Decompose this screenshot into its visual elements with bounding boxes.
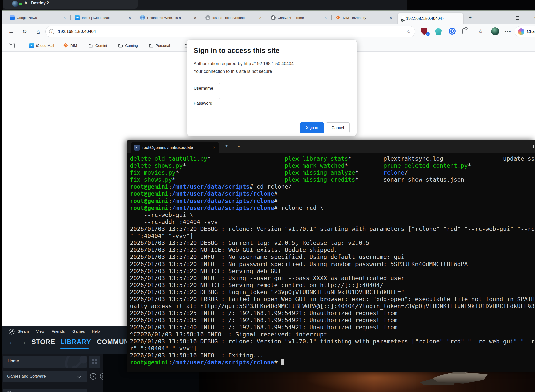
tab-close-icon[interactable]: × — [323, 16, 328, 20]
tab-title: DIM - Inventory — [343, 16, 387, 20]
steam-menu-help[interactable]: Help — [92, 329, 100, 334]
chatgpt-icon — [271, 15, 276, 20]
copilot-button[interactable]: Chat — [515, 26, 535, 37]
tab-divider — [136, 15, 136, 20]
grid-icon — [92, 359, 97, 364]
terminal-tab-title: root@gemini: /mnt/user/data — [142, 145, 209, 150]
terminal-new-tab-button[interactable]: + — [223, 143, 230, 149]
username-field[interactable] — [219, 83, 349, 93]
rclone-icon — [140, 15, 145, 20]
game-icon — [12, 1, 18, 7]
steam-menu-friends[interactable]: Friends — [52, 329, 65, 334]
game-row-panel: ★ Destiny 2 — [3, 0, 138, 9]
password-field[interactable] — [219, 98, 349, 108]
tab-inbox-icloud-mail[interactable]: ✉Inbox | iCloud Mail× — [71, 12, 135, 24]
collection-label: Games and Software — [7, 374, 46, 379]
bookmark-gaming[interactable]: Gaming — [118, 42, 138, 49]
bookmark-personal[interactable]: Personal — [149, 42, 170, 49]
tab-dim-inventory[interactable]: DIM - Inventory× — [332, 12, 396, 24]
steam-back-icon[interactable]: ← — [9, 338, 15, 346]
password-manager-icon[interactable] — [449, 28, 456, 35]
terminal-line: 2026/01/03 13:57:20 DEBUG : login_token … — [130, 289, 534, 296]
terminal-line: 2026/01/03 13:57:20 INFO : No username s… — [130, 253, 534, 260]
terminal-line: 2026/01/03 13:58:16 DEBUG : rclone: Vers… — [130, 338, 534, 345]
cancel-button[interactable]: Cancel — [326, 122, 350, 133]
bookmark-label: Personal — [156, 44, 170, 48]
window-minimize-button[interactable]: — — [495, 13, 506, 22]
bookmark-icloud-mail[interactable]: ✉iCloud Mail — [29, 42, 54, 49]
bookmark-gemini[interactable]: Gemini — [88, 42, 107, 49]
browser-toolbar: ← ↻ ⌂ i 192.168.1.50:40404 ☆ 1 ☆≡ ••• Ch… — [2, 24, 535, 40]
steam-nav-library[interactable]: LIBRARY — [60, 338, 91, 346]
username-label: Username — [194, 86, 213, 91]
steam-watermark-icon — [64, 356, 87, 368]
dim-extension-icon[interactable] — [435, 28, 442, 35]
tab-title: Issues · rclone/rclone — [212, 16, 256, 20]
library-search-row[interactable] — [3, 389, 87, 392]
steam-menu-view[interactable]: View — [36, 329, 44, 334]
terminal-output[interactable]: delete_old_tautulli.py* plex-library-sta… — [130, 155, 534, 371]
terminal-line: 2026/01/03 13:57:25 INFO : /: 192.168.1.… — [130, 310, 534, 317]
terminal-line: --rc-addr :40404 -vvv — [130, 218, 534, 225]
tab-title: ChatGPT - Home — [278, 16, 321, 20]
profile-avatar[interactable] — [491, 27, 499, 35]
settings-menu-icon[interactable]: ••• — [504, 28, 512, 35]
address-bar[interactable]: i 192.168.1.50:40404 ☆ — [45, 26, 415, 37]
window-close-button[interactable]: × — [529, 13, 535, 22]
site-info-icon[interactable]: i — [49, 29, 54, 34]
tab-close-icon[interactable]: × — [258, 16, 263, 20]
terminal-line: root@gemini:/mnt/user/data/scripts/rclon… — [130, 190, 534, 197]
steam-forward-icon[interactable]: → — [20, 338, 27, 346]
sidebar-item-home[interactable]: Home — [3, 356, 87, 368]
sign-in-button[interactable]: Sign in — [300, 122, 324, 133]
favorite-star-icon[interactable]: ☆ — [406, 29, 411, 35]
toolbar-divider — [474, 29, 474, 35]
steam-nav-store[interactable]: STORE — [31, 338, 55, 346]
steam-menu-games[interactable]: Games — [72, 329, 85, 334]
terminal-titlebar[interactable]: >_ root@gemini: /mnt/user/data × + ⌄ — — [127, 140, 535, 153]
tab-close-icon[interactable]: × — [62, 16, 67, 20]
tab-close-icon[interactable]: × — [442, 16, 444, 21]
tab-title: Rclone rcd WebUI is a — [147, 16, 191, 20]
terminal-tab-dropdown-icon[interactable]: ⌄ — [235, 144, 242, 148]
tab-rclone-rcd-webui-is-a[interactable]: Rclone rcd WebUI is a× — [137, 12, 200, 24]
insecure-page-icon: × — [401, 16, 406, 21]
terminal-tab[interactable]: >_ root@gemini: /mnt/user/data × — [131, 142, 219, 153]
tab-active[interactable]: × 192.168.1.50:40404 × — [398, 13, 463, 24]
home-icon[interactable]: ⌂ — [34, 27, 43, 36]
steam-logo-icon — [9, 329, 15, 335]
url-text[interactable]: 192.168.1.50:40404 — [58, 29, 406, 34]
dialog-auth-line: Authorization required by http://192.168… — [194, 61, 294, 67]
extensions-puzzle-icon[interactable] — [462, 28, 470, 35]
tab-chatgpt-home[interactable]: ChatGPT - Home× — [267, 12, 330, 24]
folder-icon — [118, 43, 123, 48]
terminal-tab-close-icon[interactable]: × — [212, 145, 217, 150]
tab-issues-rclone-rclone[interactable]: Issues · rclone/rclone× — [202, 12, 265, 24]
terminal-minimize-button[interactable]: — — [510, 140, 525, 153]
grid-view-button[interactable] — [89, 356, 100, 368]
tab-divider — [70, 15, 71, 20]
new-tab-button[interactable]: + — [467, 14, 473, 21]
tab-close-icon[interactable]: × — [193, 16, 197, 20]
favorites-list-icon[interactable]: ☆≡ — [478, 28, 486, 35]
refresh-icon[interactable]: ↻ — [20, 27, 29, 36]
window-maximize-button[interactable] — [512, 13, 523, 22]
tab-groups-icon[interactable] — [9, 42, 15, 49]
terminal-line: 2026/01/03 13:57:40 INFO : /: 192.168.1.… — [130, 324, 534, 331]
tab-close-icon[interactable]: × — [389, 16, 393, 20]
adblock-extension-icon[interactable]: 1 — [421, 28, 428, 35]
bookmark-label: iCloud Mail — [36, 44, 54, 48]
recent-clock-icon[interactable] — [89, 373, 97, 380]
collection-dropdown[interactable]: Games and Software — [3, 371, 87, 382]
tab-divider — [201, 15, 201, 20]
bookmark-dim[interactable]: DIM — [63, 42, 77, 49]
tab-google-news[interactable]: Google News× — [6, 12, 69, 24]
google-news-icon — [10, 15, 15, 20]
terminal-line: root@gemini:/mnt/user/data/scripts# cd r… — [130, 183, 534, 190]
back-icon[interactable]: ← — [7, 27, 16, 36]
steam-menu-steam[interactable]: Steam — [18, 329, 29, 334]
terminal-maximize-button[interactable] — [530, 145, 534, 148]
tab-close-icon[interactable]: × — [128, 16, 132, 20]
library-active-underline — [60, 348, 89, 349]
terminal-line: delete_old_tautulli.py* plex-library-sta… — [130, 155, 534, 162]
